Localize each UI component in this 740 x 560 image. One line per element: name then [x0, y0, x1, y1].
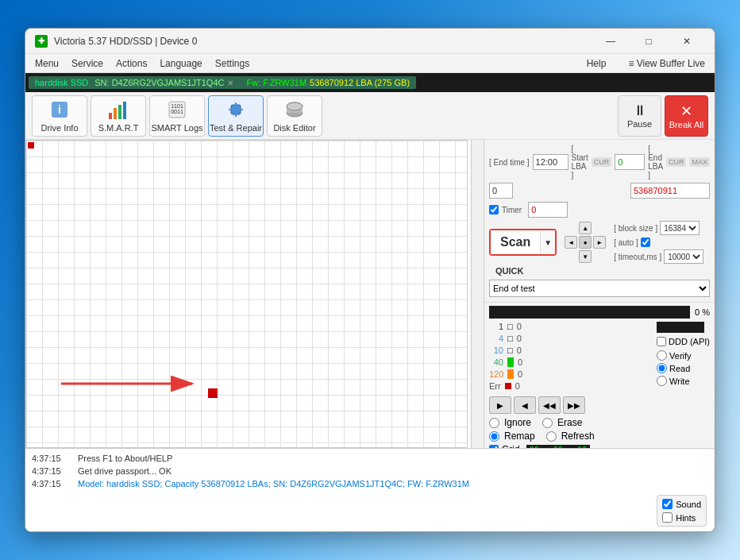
titlebar: ✚ Victoria 5.37 HDD/SSD | Device 0 — □ ✕	[25, 29, 715, 54]
ddd-label: DDD (API)	[669, 337, 710, 346]
minimize-button[interactable]: —	[592, 29, 629, 54]
scan-grid	[25, 140, 468, 448]
timer-checkbox[interactable]	[489, 205, 499, 214]
read-label: Read	[669, 364, 690, 373]
dir-right-button[interactable]: ►	[593, 236, 606, 249]
quick-label: QUICK	[495, 266, 523, 276]
toolbar-right-buttons: ⏸ Pause ✕ Break All	[618, 95, 708, 137]
drive-fw: Fw: F.ZRW31M	[246, 78, 306, 87]
cur-badge-2: CUR	[666, 157, 687, 167]
scan-controls: [ End time ] [ Start LBA ] CUR [ End LBA…	[484, 140, 715, 303]
maximize-button[interactable]: □	[630, 29, 667, 54]
drive-tab[interactable]: harddisk SSD SN: D4Z6RG2VGJAMS1JT1Q4C ✕ …	[29, 76, 416, 89]
lba-row-4: 4 □ 0	[489, 334, 653, 343]
break-icon: ✕	[680, 102, 692, 120]
second-progress-row	[657, 322, 710, 333]
scan-label: Scan	[491, 230, 541, 254]
verify-radio[interactable]	[657, 350, 667, 361]
timer-label: Timer	[502, 206, 522, 214]
ignore-erase-row: Ignore Erase	[489, 417, 710, 428]
status-row-2: 4:37:15 Get drive passport... OK	[32, 465, 708, 477]
smart-logs-button[interactable]: 1101 0011 SMART Logs	[149, 95, 205, 137]
test-repair-icon	[225, 98, 247, 121]
scan-canvas-area	[25, 140, 484, 448]
drive-tab-close[interactable]: ✕	[227, 79, 233, 87]
ddd-checkbox[interactable]	[657, 337, 666, 346]
menu-item-language[interactable]: Language	[153, 56, 208, 71]
scan-main-button[interactable]: Scan ▼	[489, 229, 557, 256]
menu-item-service[interactable]: Service	[65, 56, 110, 71]
ignore-label: Ignore	[504, 417, 531, 428]
ignore-radio[interactable]	[489, 418, 499, 428]
play-button[interactable]: ▶	[489, 396, 511, 414]
disk-editor-button[interactable]: Disk Editor	[267, 95, 322, 137]
progress-row: 0 %	[489, 306, 710, 319]
verify-row: Verify	[657, 350, 710, 361]
end-test-select[interactable]: End of test	[489, 280, 710, 297]
scan-scrollbar[interactable]	[471, 140, 484, 448]
dir-down-button[interactable]: ▼	[579, 250, 592, 263]
block-settings: [ block size ] 16384 [ auto ] [ timeout	[614, 221, 703, 264]
drive-info-icon: i	[48, 98, 71, 121]
cur-badge-1: CUR	[592, 157, 612, 167]
scan-cursor	[28, 142, 34, 149]
sound-row: Sound	[662, 499, 701, 509]
status-time-2: 4:37:15	[32, 466, 71, 476]
timer-input[interactable]	[489, 183, 513, 199]
dir-center-button[interactable]: ●	[579, 236, 592, 249]
menu-item-menu[interactable]: Menu	[29, 56, 65, 71]
dir-left-button[interactable]: ◄	[565, 236, 577, 249]
dir-up-button[interactable]: ▲	[579, 222, 592, 234]
bad-sector-indicator	[208, 388, 218, 398]
menu-item-settings[interactable]: Settings	[209, 56, 256, 71]
start-lba-input[interactable]	[615, 154, 645, 170]
menubar: Menu Service Actions Language Settings H…	[25, 54, 715, 73]
skip-prev-button[interactable]: ◀◀	[538, 396, 561, 414]
end-lba-value-input[interactable]	[630, 183, 710, 199]
block-size-select[interactable]: 16384	[660, 221, 700, 235]
svg-rect-2	[109, 113, 112, 119]
lba-progress-area: 0 % 1 □ 0	[484, 303, 715, 448]
erase-label: Erase	[557, 417, 582, 428]
toolbar: i Drive Info S.M.A.R.T	[25, 92, 715, 140]
close-button[interactable]: ✕	[669, 29, 705, 54]
timeout-select[interactable]: 10000	[664, 249, 703, 264]
menu-item-help[interactable]: Help	[580, 56, 613, 71]
drive-lba: 536870912 LBA (275 GB)	[310, 78, 410, 87]
write-label: Write	[669, 377, 689, 386]
svg-text:i: i	[58, 103, 61, 116]
end-time-label: [ End time ]	[489, 158, 530, 167]
smart-button[interactable]: S.M.A.R.T	[91, 95, 146, 137]
drive-sn: SN: D4Z6RG2VGJAMS1JT1Q4C	[94, 78, 224, 87]
svg-point-17	[287, 102, 303, 110]
status-msg-2: Get drive passport... OK	[78, 466, 172, 476]
timer-value-input[interactable]	[528, 202, 568, 218]
write-radio[interactable]	[657, 376, 667, 386]
skip-next-button[interactable]: ▶▶	[563, 396, 585, 414]
test-repair-button[interactable]: Test & Repair	[208, 95, 264, 137]
break-all-button[interactable]: ✕ Break All	[665, 95, 708, 137]
scan-row-timer	[489, 183, 710, 199]
read-radio[interactable]	[657, 363, 667, 373]
scan-dropdown-arrow[interactable]: ▼	[541, 230, 555, 254]
auto-label: [ auto ]	[614, 238, 638, 247]
erase-radio[interactable]	[542, 418, 553, 428]
pause-button[interactable]: ⏸ Pause	[618, 95, 661, 137]
block-size-label: [ block size ]	[614, 224, 657, 233]
menu-item-actions[interactable]: Actions	[110, 56, 153, 71]
auto-checkbox[interactable]	[641, 238, 650, 247]
start-lba-label: [ Start LBA ]	[572, 145, 588, 180]
end-time-input[interactable]	[533, 154, 568, 170]
view-buffer-live-button[interactable]: ≡ View Buffer Live	[622, 56, 711, 71]
prev-button[interactable]: ◀	[514, 396, 536, 414]
lba-row-40: 40 0	[489, 357, 653, 367]
hints-checkbox[interactable]	[662, 512, 673, 523]
remap-radio[interactable]	[489, 431, 499, 442]
refresh-label: Refresh	[561, 431, 595, 442]
drive-info-button[interactable]: i Drive Info	[32, 95, 87, 137]
window-controls: — □ ✕	[592, 29, 705, 54]
timeout-row: [ timeout,ms ] 10000	[614, 249, 703, 264]
refresh-radio[interactable]	[546, 431, 557, 442]
ddd-row: DDD (API)	[657, 337, 710, 346]
sound-checkbox[interactable]	[662, 499, 673, 509]
